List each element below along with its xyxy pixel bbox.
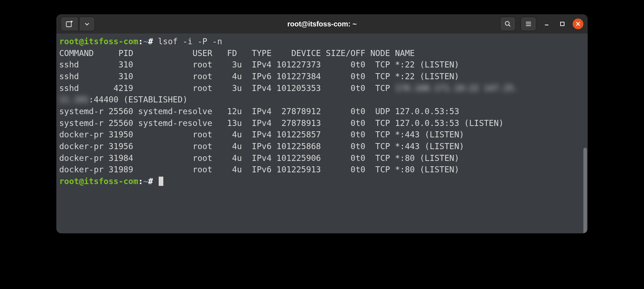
- cell: 0t0: [351, 60, 366, 69]
- cell: IPv4: [252, 130, 271, 139]
- cell: 31984: [108, 153, 133, 163]
- minimize-icon: [544, 21, 549, 26]
- cell: root: [193, 153, 212, 163]
- new-tab-button[interactable]: [61, 17, 78, 31]
- cell: TCP: [375, 60, 390, 69]
- cell: *:80 (LISTEN): [395, 165, 459, 174]
- cell: root: [193, 142, 212, 151]
- cell: 4u: [232, 153, 242, 163]
- cell: *:443 (LISTEN): [395, 130, 464, 139]
- cell: 0t0: [351, 83, 366, 93]
- col-fd: FD: [227, 49, 237, 58]
- svg-rect-0: [66, 22, 71, 27]
- svg-rect-9: [561, 22, 564, 26]
- cell: 4u: [232, 142, 242, 151]
- cell: 310: [118, 72, 133, 81]
- minimize-button[interactable]: [541, 19, 552, 29]
- close-icon: [576, 22, 580, 26]
- svg-point-3: [505, 21, 509, 25]
- cell: TCP: [375, 118, 390, 128]
- cell: *:22 (LISTEN): [395, 72, 459, 81]
- cell: 4u: [232, 72, 242, 81]
- prompt-symbol: #: [148, 177, 153, 186]
- svg-line-4: [509, 25, 510, 26]
- cell: 25560: [108, 107, 133, 116]
- cell: docker-pr: [59, 142, 104, 151]
- scrollbar[interactable]: [583, 148, 587, 233]
- titlebar: root@itsfoss-com: ~: [56, 14, 588, 34]
- cell: 0t0: [351, 142, 366, 151]
- terminal-output[interactable]: root@itsfoss-com:~# lsof -i -P -n COMMAN…: [56, 34, 588, 233]
- prompt-colon: :: [138, 37, 143, 46]
- cell: docker-pr: [59, 130, 104, 139]
- cell: TCP: [375, 83, 390, 93]
- cell: systemd-r: [59, 118, 104, 128]
- cell: 4219: [113, 83, 133, 93]
- redacted-ip: 11.101: [59, 94, 89, 106]
- col-type: TYPE: [252, 49, 271, 58]
- cell: *:80 (LISTEN): [395, 153, 459, 163]
- cell: 31956: [108, 142, 133, 151]
- cell: root: [193, 83, 212, 93]
- cell: TCP: [375, 165, 390, 174]
- search-button[interactable]: [500, 17, 516, 31]
- col-device: DEVICE: [291, 49, 321, 58]
- cell: IPv4: [252, 153, 271, 163]
- cell: IPv4: [252, 107, 271, 116]
- cell: root: [193, 60, 212, 69]
- prompt-symbol: #: [148, 37, 153, 46]
- cell: sshd: [59, 60, 79, 69]
- cell: IPv4: [252, 60, 271, 69]
- cell: 101225913: [276, 165, 321, 174]
- col-name: NAME: [395, 49, 415, 58]
- cell: 27878912: [281, 107, 321, 116]
- cell: *:22 (LISTEN): [395, 60, 459, 69]
- cell: 127.0.0.53:53 (LISTEN): [395, 118, 504, 128]
- terminal-window: root@itsfoss-com: ~ root@itsfoss-com:~# …: [56, 14, 588, 233]
- close-button[interactable]: [573, 19, 583, 29]
- cell: 101225868: [276, 142, 321, 151]
- maximize-button[interactable]: [557, 19, 568, 29]
- cell: TCP: [375, 130, 390, 139]
- prompt-user: root@itsfoss-com: [59, 177, 138, 186]
- tab-dropdown-button[interactable]: [79, 17, 95, 31]
- prompt-path: ~: [143, 37, 148, 46]
- cursor: [159, 177, 163, 186]
- cell: IPv6: [252, 72, 271, 81]
- cell: sshd: [59, 83, 79, 93]
- cell: 31950: [108, 130, 133, 139]
- cell: IPv6: [252, 142, 271, 151]
- prompt-path: ~: [143, 177, 148, 186]
- prompt-user: root@itsfoss-com: [59, 37, 138, 46]
- cell: 27878913: [281, 118, 321, 128]
- chevron-down-icon: [85, 21, 90, 26]
- cell: 3u: [232, 60, 242, 69]
- cell: 0t0: [351, 118, 366, 128]
- maximize-icon: [560, 22, 564, 26]
- hamburger-menu-button[interactable]: [521, 17, 536, 31]
- cell: IPv4: [252, 83, 271, 93]
- new-tab-icon: [66, 21, 73, 27]
- cell: TCP: [375, 142, 390, 151]
- cell: 4u: [232, 130, 242, 139]
- cell: 31989: [108, 165, 133, 174]
- cell: 12u: [227, 107, 242, 116]
- cell: 13u: [227, 118, 242, 128]
- cell: TCP: [375, 153, 390, 163]
- cell: UDP: [375, 107, 390, 116]
- cell: TCP: [375, 72, 390, 81]
- col-command: COMMAND: [59, 49, 94, 58]
- cell: 3u: [232, 83, 242, 93]
- cell: 4u: [232, 165, 242, 174]
- cell: systemd-r: [59, 107, 104, 116]
- command-text: lsof -i -P -n: [158, 37, 222, 46]
- cell: 0t0: [351, 153, 366, 163]
- cell: 0t0: [351, 72, 366, 81]
- cell: 101225906: [276, 153, 321, 163]
- window-title: root@itsfoss-com: ~: [287, 20, 357, 28]
- hamburger-icon: [525, 21, 532, 27]
- col-pid: PID: [118, 49, 133, 58]
- cell: *:443 (LISTEN): [395, 142, 464, 151]
- cell: systemd-resolve: [138, 118, 213, 128]
- cell: 101227384: [276, 72, 321, 81]
